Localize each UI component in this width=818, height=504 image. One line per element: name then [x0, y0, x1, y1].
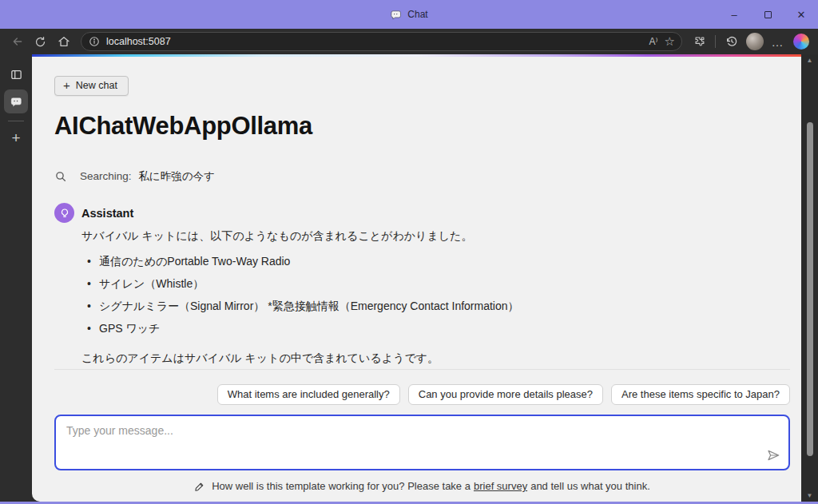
- maximize-button[interactable]: [751, 0, 784, 29]
- minimize-button[interactable]: –: [717, 0, 751, 29]
- pencil-icon: [194, 481, 205, 492]
- page-column: + New chat AIChatWebAppOllama Searching:…: [32, 54, 801, 502]
- back-arrow-icon: [11, 35, 24, 48]
- chat-bubble-favicon: [390, 9, 402, 21]
- plus-icon: +: [11, 129, 20, 147]
- favorite-star-button[interactable]: ☆: [665, 34, 675, 49]
- chat-page: + New chat AIChatWebAppOllama Searching:…: [32, 57, 801, 502]
- page-title: AIChatWebAppOllama: [54, 112, 790, 141]
- assistant-message-outro: これらのアイテムはサバイバル キットの中で含まれているようです。: [81, 351, 790, 365]
- assistant-bullet-list: 通信のためのPortable Two-Way Radio サイレン（Whistl…: [99, 248, 790, 342]
- bullet-item: 通信のためのPortable Two-Way Radio: [99, 252, 790, 271]
- new-chat-label: New chat: [76, 80, 117, 91]
- content-divider: [54, 369, 790, 370]
- assistant-message-intro: サバイバル キットには、以下のようなものが含まれることがわかりました。: [81, 228, 790, 243]
- vertical-tabs-icon: [10, 68, 23, 81]
- toolbar-divider: [715, 35, 716, 48]
- window-title-group: Chat: [390, 9, 427, 21]
- back-button[interactable]: [6, 31, 28, 52]
- active-tab-chat[interactable]: [4, 89, 28, 113]
- settings-more-button[interactable]: …: [767, 31, 788, 52]
- maximize-icon: [764, 11, 772, 18]
- bullet-item: サイレン（Whistle）: [99, 275, 790, 293]
- profile-button[interactable]: [744, 31, 765, 52]
- search-prefix: Searching:: [80, 170, 132, 182]
- new-chat-button[interactable]: + New chat: [54, 76, 129, 96]
- search-icon: [54, 170, 67, 183]
- survey-text-after: and tell us what you think.: [530, 480, 650, 492]
- read-aloud-button[interactable]: A⁾: [649, 36, 658, 47]
- search-query: 私に昨強の今す: [138, 170, 214, 182]
- tab-actions-button[interactable]: [4, 62, 28, 86]
- refresh-button[interactable]: [30, 31, 51, 52]
- survey-footer: How well is this template working for yo…: [54, 480, 790, 492]
- composer-area: What items are included generally? Can y…: [54, 369, 790, 502]
- home-icon: [58, 35, 70, 48]
- send-icon: [766, 448, 780, 462]
- main-area: + + New chat AIChatWebAppOllama Searchin…: [0, 54, 818, 502]
- scroll-down-arrow-icon[interactable]: ▼: [807, 492, 813, 500]
- suggestion-button-2[interactable]: Can you provide more details please?: [408, 384, 603, 405]
- address-bar[interactable]: localhost:5087 A⁾ ☆: [81, 32, 682, 51]
- page-scrollbar[interactable]: ▲ ▼: [801, 54, 818, 502]
- copilot-button[interactable]: [790, 31, 812, 52]
- bullet-item: シグナルミラー（Signal Mirror） *緊急接触情報（Emergency…: [99, 297, 790, 315]
- url-text[interactable]: localhost:5087: [106, 36, 643, 47]
- message-input-wrapper: [54, 415, 790, 470]
- suggestion-button-3[interactable]: Are these items specific to Japan?: [611, 384, 790, 405]
- suggestion-button-1[interactable]: What items are included generally?: [217, 384, 400, 405]
- window-title: Chat: [407, 9, 427, 20]
- assistant-avatar: [54, 203, 74, 223]
- survey-text: How well is this template working for yo…: [212, 480, 650, 492]
- history-button[interactable]: [721, 31, 742, 52]
- survey-link[interactable]: brief survey: [474, 480, 527, 492]
- send-button[interactable]: [764, 446, 782, 464]
- scroll-up-arrow-icon[interactable]: ▲: [807, 57, 813, 65]
- plus-icon: +: [63, 81, 70, 90]
- suggestions-row: What items are included generally? Can y…: [54, 384, 790, 405]
- assistant-header: Assistant: [54, 203, 790, 223]
- home-button[interactable]: [53, 31, 74, 52]
- history-icon: [725, 35, 738, 48]
- chat-bubble-tab-icon: [10, 95, 23, 109]
- close-button[interactable]: ✕: [784, 0, 818, 29]
- message-input[interactable]: [54, 415, 790, 470]
- scrollbar-thumb[interactable]: [807, 122, 813, 456]
- lightbulb-icon: [59, 208, 70, 219]
- search-status-text: Searching: 私に昨強の今す: [80, 169, 215, 184]
- window-controls: – ✕: [717, 0, 818, 29]
- assistant-label: Assistant: [81, 207, 133, 220]
- refresh-icon: [34, 36, 46, 48]
- survey-text-before: How well is this template working for yo…: [212, 480, 471, 492]
- search-status-row: Searching: 私に昨強の今す: [54, 169, 790, 184]
- bullet-item: GPS ワッチ: [99, 319, 790, 338]
- new-tab-button[interactable]: +: [4, 126, 28, 150]
- vertical-tabs-sidebar: +: [0, 54, 32, 502]
- sidebar-divider: [8, 121, 24, 121]
- title-bar: Chat – ✕: [0, 0, 818, 29]
- copilot-icon: [793, 34, 809, 50]
- browser-toolbar: localhost:5087 A⁾ ☆ …: [0, 29, 818, 54]
- site-info-icon[interactable]: [89, 36, 100, 47]
- extensions-puzzle-icon: [693, 35, 706, 48]
- profile-avatar: [746, 33, 764, 50]
- extensions-button[interactable]: [689, 31, 710, 52]
- browser-window: Chat – ✕ localhost:5087 A⁾ ☆: [0, 0, 818, 504]
